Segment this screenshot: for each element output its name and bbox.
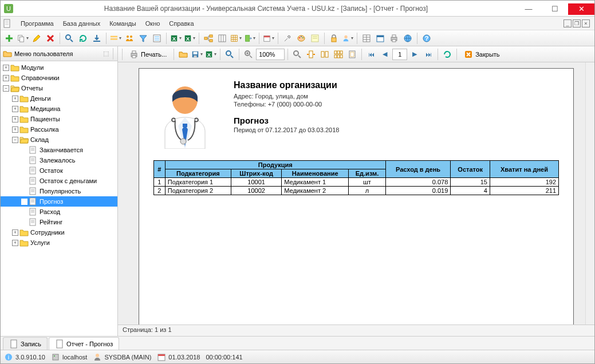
expand-toggle[interactable]: +: [12, 230, 18, 236]
menu-database[interactable]: База данных: [59, 18, 105, 29]
tree-node[interactable]: Залежалось: [1, 155, 117, 165]
page-input[interactable]: 1: [392, 49, 407, 60]
globe-button[interactable]: [401, 32, 414, 45]
expand-toggle[interactable]: +: [12, 116, 18, 122]
calendar2-button[interactable]: [374, 32, 387, 45]
tab-report-label: Отчет - Прогноз: [66, 341, 113, 347]
zoom-in-icon: [244, 50, 253, 59]
search-button[interactable]: [63, 32, 76, 45]
svg-rect-16: [204, 37, 207, 39]
close-button[interactable]: ✕: [568, 3, 594, 15]
first-page-button[interactable]: ⏮: [365, 48, 377, 61]
mdi-minimize-button[interactable]: _: [564, 19, 572, 27]
expand-toggle[interactable]: +: [3, 75, 9, 81]
tree-node[interactable]: +Рассылка: [1, 124, 117, 134]
find-button[interactable]: [223, 48, 236, 61]
notes-button[interactable]: [309, 32, 321, 45]
tab-record[interactable]: Запись: [3, 337, 48, 350]
maximize-button[interactable]: ☐: [542, 3, 568, 15]
menu-commands[interactable]: Команды: [105, 18, 140, 29]
help-button[interactable]: ?: [420, 32, 433, 45]
copy-button[interactable]: [17, 32, 29, 45]
user-button[interactable]: [341, 32, 354, 45]
next-page-button[interactable]: ▶: [408, 48, 421, 61]
tree-node[interactable]: +Деньги: [1, 93, 117, 104]
columns-button[interactable]: [216, 32, 228, 45]
folder-closed-icon: [19, 115, 29, 123]
expand-toggle[interactable]: +: [12, 96, 18, 102]
pin-icon[interactable]: ⬚: [103, 50, 109, 57]
calendar-button[interactable]: [262, 32, 275, 45]
exit-door-button[interactable]: [243, 32, 256, 45]
print-button[interactable]: [388, 32, 400, 45]
delete-button[interactable]: [44, 32, 57, 45]
page-width-button[interactable]: [305, 48, 317, 61]
tree-node[interactable]: +Пациенты: [1, 114, 117, 124]
prev-page-button[interactable]: ◀: [379, 48, 391, 61]
tree-node[interactable]: Рейтинг: [1, 217, 117, 227]
last-page-button[interactable]: ⏭: [422, 48, 435, 61]
tree-node[interactable]: Остаток: [1, 165, 117, 176]
edit-button[interactable]: [30, 32, 43, 45]
expand-toggle[interactable]: +: [12, 106, 18, 112]
page-setup-button[interactable]: [346, 48, 358, 61]
open-file-button[interactable]: [177, 48, 190, 61]
scrollbar[interactable]: [585, 62, 594, 325]
folder-closed-icon: [19, 94, 29, 102]
tree-node[interactable]: +Модули: [1, 62, 117, 73]
tab-report[interactable]: Отчет - Прогноз: [49, 337, 119, 350]
menu-window[interactable]: Окно: [141, 18, 164, 29]
tree-node[interactable]: −Склад: [1, 134, 117, 145]
tree-node[interactable]: +Услуги: [1, 238, 117, 248]
zoom-input[interactable]: 100%: [256, 49, 285, 60]
add-button[interactable]: [3, 32, 15, 45]
multi-page-button[interactable]: [332, 48, 345, 61]
save-button[interactable]: [191, 48, 203, 61]
refresh-button[interactable]: [77, 32, 89, 45]
expand-toggle[interactable]: +: [3, 65, 9, 71]
two-page-button[interactable]: [318, 48, 331, 61]
menu-help[interactable]: Справка: [165, 18, 198, 29]
expand-toggle[interactable]: −: [3, 85, 9, 92]
tree-node[interactable]: +Сотрудники: [1, 227, 117, 238]
navigation-tree[interactable]: +Модули+Справочники−Отчеты+Деньги+Медици…: [1, 61, 117, 336]
filter-button[interactable]: [137, 32, 149, 45]
export-excel-report-button[interactable]: X: [204, 48, 217, 61]
refresh-report-button[interactable]: [441, 48, 454, 61]
tree-node[interactable]: +Справочники: [1, 73, 117, 83]
tree-node[interactable]: Популярность: [1, 186, 117, 196]
expand-toggle[interactable]: +: [12, 240, 18, 246]
tree-node[interactable]: Остаток с деньгами: [1, 176, 117, 186]
tree-node[interactable]: Расход: [1, 207, 117, 217]
people-button[interactable]: [123, 32, 136, 45]
menu-program[interactable]: Программа: [17, 18, 58, 29]
zoom-in-button[interactable]: [242, 48, 255, 61]
group-button[interactable]: [109, 32, 122, 45]
zoom-fit-button[interactable]: [291, 48, 304, 61]
close-report-button[interactable]: Закрыть: [460, 48, 503, 61]
table-button[interactable]: [360, 32, 373, 45]
tree-node[interactable]: +Медицина: [1, 104, 117, 114]
import-button[interactable]: [90, 32, 103, 45]
mdi-close-button[interactable]: ×: [582, 19, 590, 27]
tree-node[interactable]: Заканчивается: [1, 145, 117, 155]
palette-button[interactable]: [295, 32, 308, 45]
minimize-button[interactable]: —: [515, 3, 542, 15]
tools-button[interactable]: [281, 32, 294, 45]
export-excel2-button[interactable]: X: [183, 32, 196, 45]
svg-rect-8: [111, 38, 117, 40]
tree-node[interactable]: −Отчеты: [1, 83, 117, 93]
view-button[interactable]: [230, 32, 242, 45]
mdi-restore-button[interactable]: ❐: [573, 19, 581, 27]
report-list-button[interactable]: [151, 32, 163, 45]
tree-button[interactable]: [202, 32, 215, 45]
expand-toggle[interactable]: +: [12, 126, 18, 133]
expand-toggle[interactable]: −: [12, 137, 18, 143]
print-icon: [129, 50, 139, 59]
export-excel-button[interactable]: X: [170, 32, 182, 45]
lock-button[interactable]: [328, 32, 340, 45]
report-viewport[interactable]: Название организации Адрес: Город, улица…: [118, 62, 594, 325]
tree-node[interactable]: Прогноз: [1, 196, 117, 207]
print-report-button[interactable]: Печать...: [125, 48, 171, 61]
tree-node-label: Популярность: [40, 188, 81, 195]
